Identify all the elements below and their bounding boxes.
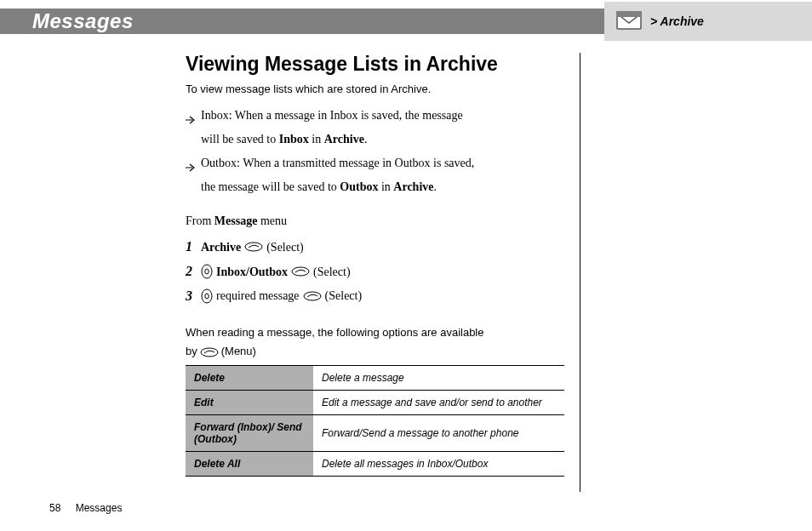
step-action: (Select) bbox=[325, 285, 363, 306]
page-number: 58 bbox=[49, 502, 60, 514]
svg-point-5 bbox=[292, 267, 309, 276]
text-bold: Archive bbox=[324, 133, 364, 146]
svg-rect-1 bbox=[616, 11, 642, 17]
page-heading: Viewing Message Lists in Archive bbox=[186, 53, 572, 76]
bullet-inbox: Inbox: When a message in Inbox is saved,… bbox=[186, 104, 572, 151]
step-label: Inbox/Outbox bbox=[216, 261, 288, 283]
breadcrumb: > Archive bbox=[650, 14, 704, 28]
text: Outbox: When a transmitted message in Ou… bbox=[201, 157, 474, 169]
option-name: Forward (Inbox)/ Send (Outbox) bbox=[186, 415, 313, 452]
bullet-outbox: Outbox: When a transmitted message in Ou… bbox=[186, 151, 572, 199]
page-banner: Messages > Archive bbox=[0, 2, 812, 41]
from-line: From Message menu bbox=[186, 214, 572, 228]
text-bold: Message bbox=[214, 214, 258, 227]
option-name: Delete bbox=[186, 366, 313, 391]
options-intro: When reading a message, the following op… bbox=[186, 325, 572, 360]
table-row: Edit Edit a message and save and/or send… bbox=[186, 391, 564, 415]
page-footer: 58 Messages bbox=[49, 502, 122, 514]
option-desc: Edit a message and save and/or send to a… bbox=[313, 391, 564, 415]
banner-right: > Archive bbox=[604, 2, 812, 41]
options-table: Delete Delete a message Edit Edit a mess… bbox=[186, 365, 564, 477]
bullet-arrow-icon bbox=[186, 157, 196, 180]
text-bold: Outbox bbox=[340, 180, 378, 193]
section-title: Messages bbox=[32, 9, 134, 33]
table-row: Delete All Delete all messages in Inbox/… bbox=[186, 452, 564, 477]
text: in bbox=[309, 133, 324, 146]
softkey-icon bbox=[200, 346, 219, 358]
text: (Menu) bbox=[221, 344, 256, 360]
text: When reading a message, the following op… bbox=[186, 325, 572, 341]
option-name: Edit bbox=[186, 391, 313, 415]
text: will be saved to bbox=[201, 133, 279, 146]
banner-left: Messages bbox=[0, 9, 604, 34]
text: menu bbox=[257, 214, 287, 227]
option-desc: Delete a message bbox=[313, 366, 564, 391]
option-desc: Forward/Send a message to another phone bbox=[313, 415, 564, 452]
bullet-arrow-icon bbox=[186, 109, 196, 133]
text: the message will be saved to bbox=[201, 180, 340, 193]
step-action: (Select) bbox=[266, 237, 304, 258]
nav-icon bbox=[201, 264, 213, 279]
svg-point-9 bbox=[201, 348, 218, 357]
bullet-list: Inbox: When a message in Inbox is saved,… bbox=[186, 104, 572, 199]
text-bold: Archive bbox=[393, 180, 433, 193]
step-number: 2 bbox=[186, 260, 192, 284]
text-bold: Inbox bbox=[279, 133, 309, 146]
softkey-icon bbox=[291, 266, 310, 277]
svg-point-8 bbox=[304, 292, 321, 300]
text: Inbox: When a message in Inbox is saved,… bbox=[201, 109, 463, 122]
softkey-icon bbox=[303, 290, 322, 302]
svg-point-7 bbox=[205, 294, 209, 299]
svg-point-4 bbox=[205, 269, 209, 274]
svg-point-3 bbox=[202, 265, 212, 278]
svg-point-6 bbox=[202, 289, 212, 303]
mail-icon bbox=[616, 11, 642, 32]
nav-icon bbox=[201, 288, 213, 304]
softkey-icon bbox=[244, 241, 263, 253]
text: by bbox=[186, 344, 197, 360]
main-content: Viewing Message Lists in Archive To view… bbox=[186, 53, 572, 477]
option-desc: Delete all messages in Inbox/Outbox bbox=[313, 452, 564, 477]
step-text: required message bbox=[216, 285, 300, 306]
svg-point-2 bbox=[245, 243, 262, 251]
vertical-divider bbox=[580, 53, 580, 492]
text: in bbox=[378, 180, 393, 193]
step-2: 2 Inbox/Outbox (Select) bbox=[186, 260, 572, 284]
table-row: Delete Delete a message bbox=[186, 366, 564, 391]
step-3: 3 required message (Select) bbox=[186, 284, 572, 309]
step-action: (Select) bbox=[313, 261, 351, 283]
step-label: Archive bbox=[201, 237, 241, 258]
step-list: 1 Archive (Select) 2 Inbox/Outbox (Selec… bbox=[186, 235, 572, 308]
step-number: 1 bbox=[186, 235, 192, 260]
option-name: Delete All bbox=[186, 452, 313, 477]
step-number: 3 bbox=[186, 284, 192, 309]
intro-text: To view message lists which are stored i… bbox=[186, 83, 572, 95]
footer-section: Messages bbox=[76, 502, 123, 514]
text: From bbox=[186, 214, 214, 227]
table-row: Forward (Inbox)/ Send (Outbox) Forward/S… bbox=[186, 415, 564, 452]
step-1: 1 Archive (Select) bbox=[186, 235, 572, 260]
